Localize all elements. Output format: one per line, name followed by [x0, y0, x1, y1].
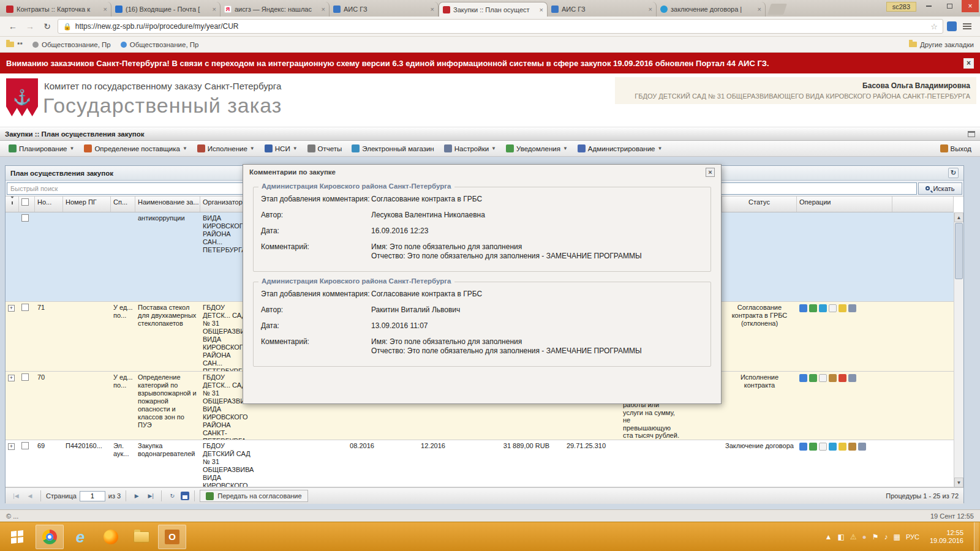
operation-globe-icon[interactable] — [829, 443, 837, 451]
operation-columns-icon[interactable] — [848, 304, 856, 312]
collapse-panel-icon[interactable] — [968, 131, 975, 137]
tab-mail[interactable]: (16) Входящие - Почта [ × — [111, 2, 221, 17]
menu-settings[interactable]: Настройки▼ — [439, 141, 501, 156]
taskbar-ie-icon[interactable]: e — [66, 525, 94, 549]
tab-yandex[interactable]: Я аисгз — Яндекс: нашлас × — [221, 2, 330, 17]
row-checkbox[interactable] — [21, 442, 29, 449]
refresh-icon[interactable]: ↻ — [948, 168, 959, 178]
menu-nsi[interactable]: НСИ▼ — [260, 141, 303, 156]
taskbar-firefox-icon[interactable] — [97, 525, 125, 549]
table-row-69[interactable]: + 69 П4420160... Эл. аук... Закупка водо… — [6, 440, 954, 487]
tray-expand-icon[interactable]: ▲ — [825, 533, 832, 541]
menu-administration[interactable]: Администрирование▼ — [573, 141, 668, 156]
search-button[interactable]: Искать — [918, 182, 962, 195]
expand-row-icon[interactable]: + — [8, 375, 15, 381]
menu-execution[interactable]: Исполнение▼ — [192, 141, 260, 156]
column-header-operations[interactable]: Операции — [797, 197, 892, 212]
prev-page-icon[interactable]: ◀ — [24, 490, 36, 501]
taskbar-outlook-icon[interactable]: O — [158, 525, 186, 549]
language-indicator[interactable]: РУС — [906, 533, 919, 541]
menu-planning[interactable]: Планирование▼ — [4, 141, 79, 156]
modal-title-bar[interactable]: Комментарии по закупке × — [243, 165, 721, 179]
taskbar-explorer-icon[interactable] — [127, 525, 156, 549]
extension-icon[interactable] — [947, 21, 957, 31]
last-page-icon[interactable]: ▶| — [145, 490, 156, 501]
row-checkbox[interactable] — [21, 214, 29, 222]
operation-process-icon[interactable] — [809, 304, 817, 312]
operation-money-icon[interactable] — [839, 443, 846, 451]
bookmark-item[interactable]: Обществознание, Пр — [32, 41, 111, 48]
operation-stats-icon[interactable] — [799, 304, 807, 312]
tray-display-icon[interactable]: ◧ — [837, 533, 844, 541]
next-page-icon[interactable]: ▶ — [131, 490, 142, 501]
tab-contract-info[interactable]: заключение договора | × — [657, 2, 766, 17]
tab-close-icon[interactable]: × — [649, 6, 652, 13]
filter-column-header[interactable] — [6, 197, 19, 212]
close-button[interactable]: × — [962, 0, 979, 12]
operation-stats-icon[interactable] — [799, 443, 807, 451]
tray-volume-icon[interactable]: ♪ — [884, 533, 888, 541]
column-header-name[interactable]: Наименование за... — [135, 197, 200, 212]
address-bar-input[interactable]: 🔒 https://new.gz-spb.ru/#po/procedure/my… — [58, 19, 943, 34]
tab-procurement-plan-active[interactable]: Закупки :: План осущест × — [439, 2, 548, 17]
operation-process-icon[interactable] — [809, 443, 817, 451]
operation-history-icon[interactable] — [819, 304, 827, 312]
bookmark-item[interactable]: Обществознание, Пр — [121, 41, 199, 48]
new-tab-button[interactable] — [767, 4, 787, 15]
maximize-button[interactable] — [941, 0, 958, 12]
refresh-icon[interactable]: ↻ — [167, 490, 178, 501]
bookmark-folder[interactable]: ** — [6, 41, 23, 48]
operation-stats-icon[interactable] — [799, 374, 807, 382]
menu-exit[interactable]: Выход — [935, 141, 976, 156]
menu-notifications[interactable]: Уведомления▼ — [501, 141, 573, 156]
tab-close-icon[interactable]: × — [431, 6, 434, 13]
tab-close-icon[interactable]: × — [213, 6, 216, 13]
column-header-method[interactable]: Сп... — [111, 197, 135, 212]
banner-close-icon[interactable]: × — [963, 58, 974, 69]
submit-for-approval-button[interactable]: Передать на согласование — [200, 490, 307, 502]
operation-layers-icon[interactable] — [839, 304, 846, 312]
url-text[interactable]: https://new.gz-spb.ru/#po/procedure/my/y… — [75, 22, 927, 31]
tab-close-icon[interactable]: × — [104, 6, 107, 13]
tray-network-icon[interactable]: ▦ — [894, 533, 900, 541]
show-desktop-button[interactable] — [974, 522, 979, 551]
tab-aisgz-1[interactable]: АИС ГЗ × — [330, 2, 439, 17]
operation-folder-icon[interactable] — [829, 374, 837, 382]
taskbar-clock[interactable]: 12:55 19.09.2016 — [930, 529, 963, 545]
vertical-scrollbar[interactable]: ▲ ▼ — [954, 212, 963, 487]
operation-process-icon[interactable] — [809, 374, 817, 382]
scroll-down-icon[interactable]: ▼ — [954, 478, 963, 487]
start-button[interactable] — [0, 522, 34, 551]
menu-reports[interactable]: Отчеты — [303, 141, 347, 156]
tab-close-icon[interactable]: × — [758, 6, 761, 13]
operation-document-icon[interactable] — [819, 443, 827, 451]
minimize-button[interactable] — [920, 0, 937, 12]
tab-close-icon[interactable]: × — [322, 6, 325, 13]
bookmark-star-icon[interactable]: ☆ — [930, 22, 938, 31]
scroll-up-icon[interactable]: ▲ — [954, 212, 963, 222]
scrollbar-thumb[interactable] — [955, 223, 963, 279]
select-all-checkbox[interactable] — [21, 198, 29, 206]
expand-row-icon[interactable]: + — [8, 305, 15, 312]
operation-document-icon[interactable] — [829, 304, 837, 312]
operation-stop-icon[interactable] — [839, 374, 846, 382]
select-all-header[interactable] — [19, 197, 35, 212]
tray-warning-icon[interactable]: ⚠ — [850, 533, 857, 541]
expand-row-icon[interactable]: + — [8, 443, 15, 450]
tab-close-icon[interactable]: × — [540, 6, 543, 13]
tab-contracts[interactable]: Контракты :: Карточка к × — [2, 2, 111, 17]
tab-aisgz-2[interactable]: АИС ГЗ × — [548, 2, 657, 17]
chrome-menu-icon[interactable] — [960, 23, 974, 29]
back-icon[interactable]: ← — [6, 20, 20, 33]
column-header-number[interactable]: Но... — [35, 197, 63, 212]
page-number-input[interactable] — [80, 491, 105, 501]
operation-columns-icon[interactable] — [858, 443, 866, 451]
modal-close-icon[interactable]: × — [706, 168, 715, 177]
taskbar-chrome-icon[interactable] — [36, 525, 64, 549]
menu-eshop[interactable]: Электронный магазин — [347, 141, 439, 156]
column-header-pg-number[interactable]: Номер ПГ — [63, 197, 111, 212]
operation-document-icon[interactable] — [819, 374, 827, 382]
column-header-status[interactable]: Статус — [722, 197, 797, 212]
row-checkbox[interactable] — [21, 373, 29, 381]
tray-alert-icon[interactable]: ● — [862, 533, 867, 541]
